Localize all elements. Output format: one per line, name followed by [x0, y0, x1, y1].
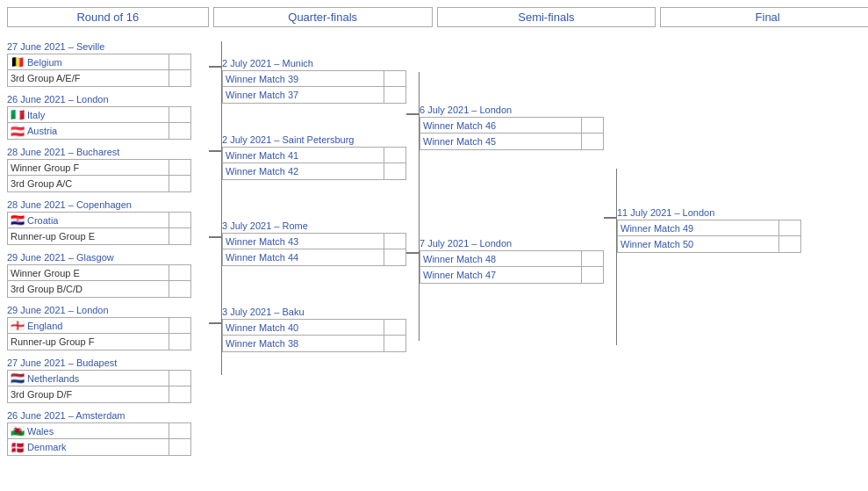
team-row: Winner Match 40: [222, 319, 384, 336]
flag-belgium: 🇧🇪: [11, 55, 25, 69]
match-date: 27 June 2021 – Budapest: [7, 357, 209, 368]
team-row: Runner-up Group F: [7, 334, 169, 350]
match-date: 26 June 2021 – London: [7, 94, 209, 105]
team-row: Winner Match 41: [222, 147, 384, 163]
team-row: Winner Match 37: [222, 87, 384, 104]
flag-denmark: 🇩🇰: [11, 441, 25, 454]
r16-column: 27 June 2021 – Seville 🇧🇪 Belgium 3rd Gr…: [7, 32, 209, 456]
team-row: 🇩🇰 Denmark: [7, 439, 169, 456]
sf-match-1-date: 6 July 2021 – London: [420, 105, 604, 115]
team-name: 3rd Group B/C/D: [11, 284, 82, 294]
team-name: Winner Group E: [11, 268, 80, 278]
match-date: 28 June 2021 – Bucharest: [7, 147, 209, 157]
team-row: Winner Match 39: [222, 70, 384, 87]
team-row: 3rd Group D/F: [7, 386, 169, 403]
flag-england: 🏴󠁧󠁢󠁥󠁮󠁧󠁿: [11, 319, 25, 332]
final-match-date: 11 July 2021 – London: [617, 207, 801, 218]
r16-match-2: 26 June 2021 – London 🇮🇹 Italy 🇦🇹 Austri…: [7, 94, 209, 140]
qf-match-1-date: 2 July 2021 – Munich: [222, 58, 406, 69]
team-name: 3rd Group D/F: [11, 389, 72, 400]
team-row: 3rd Group B/C/D: [7, 281, 169, 298]
flag-italy: 🇮🇹: [11, 108, 25, 121]
team-row: 3rd Group A/E/F: [7, 70, 169, 87]
team-name: Italy: [27, 110, 45, 120]
r16-header: Round of 16: [7, 7, 209, 27]
team-name: Runner-up Group F: [11, 336, 94, 347]
team-name: Netherlands: [27, 373, 79, 384]
team-row: Winner Match 47: [420, 267, 582, 284]
match-date: 26 June 2021 – Amsterdam: [7, 410, 209, 421]
team-name: Winner Group F: [11, 162, 79, 173]
match-date: 29 June 2021 – London: [7, 305, 209, 315]
match-date: 29 June 2021 – Glasgow: [7, 252, 209, 263]
sf-header: Semi-finals: [437, 7, 656, 27]
team-row: 🇮🇹 Italy: [7, 106, 169, 123]
fin-header: Final: [660, 7, 868, 27]
r16-match-5: 29 June 2021 – Glasgow Winner Group E 3r…: [7, 252, 209, 298]
r16-match-3: 28 June 2021 – Bucharest Winner Group F …: [7, 147, 209, 192]
sf-match-2-date: 7 July 2021 – London: [420, 238, 604, 249]
team-name: Croatia: [27, 215, 58, 226]
team-row: Runner-up Group E: [7, 228, 169, 245]
team-row: Winner Match 42: [222, 163, 384, 180]
r16-match-8: 26 June 2021 – Amsterdam 🏴󠁧󠁢󠁷󠁬󠁳󠁿 Wales 🇩…: [7, 410, 209, 456]
r16-match-7: 27 June 2021 – Budapest 🇳🇱 Netherlands 3…: [7, 357, 209, 403]
team-row: Winner Match 48: [420, 250, 582, 267]
qf-match-4-date: 3 July 2021 – Baku: [222, 307, 406, 317]
team-row: Winner Match 49: [617, 220, 779, 236]
team-name: Runner-up Group E: [11, 231, 95, 242]
flag-wales: 🏴󠁧󠁢󠁷󠁬󠁳󠁿: [11, 424, 25, 437]
team-row: 🇭🇷 Croatia: [7, 212, 169, 228]
team-name: 3rd Group A/E/F: [11, 73, 80, 83]
team-row: 🇳🇱 Netherlands: [7, 370, 169, 386]
team-row: Winner Match 38: [222, 336, 384, 352]
team-name: Belgium: [27, 57, 62, 68]
team-row: Winner Group F: [7, 159, 169, 176]
team-name: Wales: [27, 426, 54, 437]
team-row: Winner Match 46: [420, 117, 582, 134]
r16-match-6: 29 June 2021 – London 🏴󠁧󠁢󠁥󠁮󠁧󠁿 England Ru…: [7, 305, 209, 350]
team-name: England: [27, 321, 62, 331]
r16-match-4: 28 June 2021 – Copenhagen 🇭🇷 Croatia Run…: [7, 199, 209, 245]
qf-match-3-date: 3 July 2021 – Rome: [222, 220, 406, 231]
qf-match-2-date: 2 July 2021 – Saint Petersburg: [222, 134, 406, 145]
team-row: Winner Match 50: [617, 236, 779, 253]
match-date: 28 June 2021 – Copenhagen: [7, 199, 209, 210]
flag-netherlands: 🇳🇱: [11, 372, 25, 385]
flag-austria: 🇦🇹: [11, 125, 25, 138]
r16-match-1: 27 June 2021 – Seville 🇧🇪 Belgium 3rd Gr…: [7, 41, 209, 87]
match-date: 27 June 2021 – Seville: [7, 41, 209, 52]
team-name: 3rd Group A/C: [11, 178, 72, 189]
team-row: 🏴󠁧󠁢󠁷󠁬󠁳󠁿 Wales: [7, 422, 169, 439]
team-name: Austria: [27, 126, 57, 136]
team-row: 🇦🇹 Austria: [7, 123, 169, 140]
team-row: 🏴󠁧󠁢󠁥󠁮󠁧󠁿 England: [7, 317, 169, 334]
flag-croatia: 🇭🇷: [11, 213, 25, 227]
team-row: Winner Match 43: [222, 233, 384, 249]
team-row: Winner Match 45: [420, 134, 582, 150]
qf-header: Quarter-finals: [213, 7, 433, 27]
team-row: 3rd Group A/C: [7, 176, 169, 192]
team-row: Winner Group E: [7, 264, 169, 281]
team-row: 🇧🇪 Belgium: [7, 54, 169, 70]
team-row: Winner Match 44: [222, 249, 384, 266]
team-name: Denmark: [27, 442, 67, 452]
